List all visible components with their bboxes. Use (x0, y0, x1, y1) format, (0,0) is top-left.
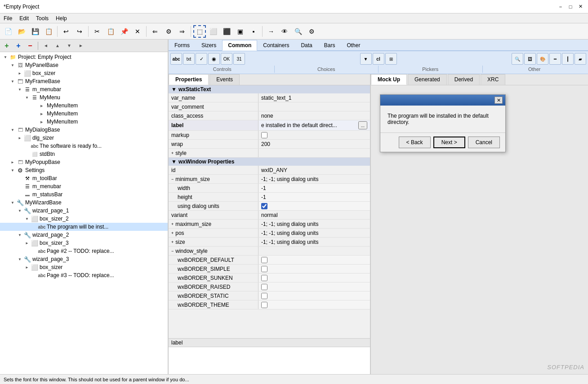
tree-expand-root[interactable]: ▼ (2, 55, 9, 59)
toolbar-nav1[interactable]: ⇐ (149, 25, 161, 38)
tree-nav-up[interactable]: ▲ (53, 41, 62, 51)
toolbar-settings[interactable]: ⚙ (305, 25, 318, 38)
prop-value-height[interactable]: -1 (258, 193, 370, 201)
tree-expand-box-sizer-2[interactable]: ▼ (23, 217, 31, 221)
tree-item-root[interactable]: ▼ 📁 Project: Empty Project (0, 53, 168, 61)
toolbar-redo[interactable]: ↪ (73, 25, 86, 38)
tree-expand-mypopupbase[interactable]: ► (9, 160, 16, 164)
toolbar-saveas[interactable]: 📋 (42, 25, 55, 38)
tree-item-mymenu[interactable]: ▼ ☰ MyMenu (0, 93, 168, 102)
prop-label-btn[interactable]: ... (358, 121, 367, 129)
props-section-collapse2[interactable]: ▼ (171, 159, 177, 165)
tree-item-wizard-page-1[interactable]: ▼ 🔧 wizard_page_1 (0, 207, 168, 215)
comp-btn-staticbitmap[interactable]: 🖼 (524, 53, 536, 65)
preview-tab-mockup[interactable]: Mock Up (371, 74, 407, 85)
tab-other[interactable]: Other (341, 40, 366, 51)
prop-checkbox-border-default[interactable] (261, 257, 267, 263)
comp-btn-gauge[interactable]: ▰ (575, 53, 586, 65)
tree-item-wizard-page-3[interactable]: ▼ 🔧 wizard_page_3 (0, 255, 168, 263)
tree-item-box-sizer[interactable]: ► ⬜ box_sizer (0, 69, 168, 77)
prop-value-winstyle[interactable] (258, 247, 370, 255)
tree-expand-wizard-page-1[interactable]: ▼ (16, 209, 23, 213)
tab-bars[interactable]: Bars (318, 40, 341, 51)
comp-btn-listctrl[interactable]: ⊞ (385, 53, 397, 65)
tree-expand-wizard-page-3[interactable]: ▼ (16, 257, 23, 261)
prop-expand-winstyle[interactable]: − (171, 249, 174, 253)
prop-value-id[interactable]: wxID_ANY (258, 166, 370, 174)
tree-expand-box-sizer[interactable]: ► (16, 71, 23, 75)
tree-item-abc-text3[interactable]: abc Page #2 -- TODO: replace... (0, 247, 168, 255)
prop-expand-style[interactable]: + (171, 151, 174, 155)
prop-value-border-default[interactable] (258, 256, 370, 264)
prop-value-maxsize[interactable]: -1; -1; using dialog units (258, 220, 370, 228)
tree-add-green[interactable]: + (2, 41, 12, 51)
toolbar-move1[interactable]: → (265, 25, 277, 38)
prop-expand-maxsize[interactable]: + (171, 222, 174, 226)
props-tab-properties[interactable]: Properties (169, 74, 209, 85)
props-section-wxwindow[interactable]: ▼ wxWindow Properties (169, 158, 370, 166)
prop-checkbox-markup[interactable] (261, 132, 267, 138)
tree-item-box-sizer-2[interactable]: ▼ ⬜ box_sizer_2 (0, 215, 168, 223)
menu-file[interactable]: File (0, 14, 16, 22)
prop-value-dialogunits[interactable] (258, 202, 370, 210)
prop-value-border-simple[interactable] (258, 265, 370, 273)
comp-btn-radiobutton[interactable]: ◉ (208, 53, 220, 65)
tree-item-stdbtn[interactable]: ⬜ stdBtn (0, 150, 168, 158)
prop-value-width[interactable]: -1 (258, 184, 370, 192)
toolbar-cut[interactable]: ✂ (91, 25, 103, 38)
tab-common[interactable]: Common (222, 40, 257, 51)
tree-item-box-sizer4[interactable]: ► ⬜ box_sizer (0, 263, 168, 271)
tree-expand-wizard-page-2[interactable]: ▼ (16, 233, 23, 237)
tree-expand-mywizardbase[interactable]: ▼ (9, 201, 16, 205)
prop-value-markup[interactable] (258, 131, 370, 139)
tree-item-m-statusbar[interactable]: ▬ m_statusBar (0, 190, 168, 199)
prop-checkbox-border-raised[interactable] (261, 284, 267, 290)
tree-item-mypanelbase[interactable]: ▼ 🖼 MyPanelBase (0, 61, 168, 69)
toolbar-new[interactable]: 📄 (2, 25, 14, 38)
tab-forms[interactable]: Forms (169, 40, 196, 51)
toolbar-open[interactable]: 📂 (15, 25, 28, 38)
prop-expand-minsize[interactable]: − (171, 177, 174, 181)
toolbar-align[interactable]: ⬚ (193, 25, 206, 38)
props-section-wxstatictext[interactable]: ▼ wxStaticText (169, 85, 370, 93)
comp-btn-color[interactable]: cl (373, 53, 384, 65)
comp-btn-spinctrl[interactable]: 31 (233, 53, 245, 65)
toolbar-delete[interactable]: ✕ (131, 25, 144, 38)
prop-checkbox-border-sunken[interactable] (261, 275, 267, 281)
tab-containers[interactable]: Containers (257, 40, 295, 51)
tree-add-blue[interactable]: + (13, 41, 23, 51)
tree-nav-down[interactable]: ▼ (64, 41, 74, 51)
tree-expand-myframebase[interactable]: ▼ (9, 79, 16, 84)
prop-checkbox-dialogunits[interactable] (261, 203, 267, 209)
tree-item-mymenuitem2[interactable]: ▸ MyMenuItem (0, 110, 168, 118)
tree-item-mymenuitem3[interactable]: ▸ MyMenuItem (0, 118, 168, 126)
prop-value-border-raised[interactable] (258, 282, 370, 291)
preview-tab-derived[interactable]: Derived (448, 74, 480, 85)
prop-value-size[interactable]: -1; -1; using dialog units (258, 238, 370, 246)
tree-item-box-sizer-3[interactable]: ► ⬜ box_sizer_3 (0, 239, 168, 247)
minimize-button[interactable]: − (557, 3, 565, 11)
prop-checkbox-border-simple[interactable] (261, 266, 267, 272)
menu-edit[interactable]: Edit (16, 14, 32, 22)
tree-expand-mydialogbase[interactable]: ▼ (9, 128, 16, 132)
prop-expand-pos[interactable]: + (171, 231, 174, 235)
menu-help[interactable]: Help (52, 14, 71, 22)
props-tab-events[interactable]: Events (209, 74, 240, 85)
prop-value-varname[interactable]: static_text_1 (258, 93, 370, 102)
close-button[interactable]: ✕ (576, 3, 584, 11)
tab-data[interactable]: Data (295, 40, 318, 51)
toolbar-gen[interactable]: ⚙ (162, 25, 175, 38)
prop-value-variant[interactable]: normal (258, 211, 370, 219)
preview-tab-xrc[interactable]: XRC (481, 74, 505, 85)
tree-item-m-toolbar[interactable]: ⚒ m_toolBar (0, 174, 168, 182)
menu-tools[interactable]: Tools (32, 14, 52, 22)
dialog-close-btn[interactable]: ✕ (494, 97, 503, 104)
toolbar-zoom[interactable]: 🔍 (292, 25, 304, 38)
prop-value-pos[interactable]: -1; -1; using dialog units (258, 229, 370, 237)
props-section-collapse[interactable]: ▼ (171, 86, 177, 93)
prop-value-varcomment[interactable] (258, 102, 370, 111)
toolbar-paste[interactable]: 📌 (118, 25, 130, 38)
preview-tab-generated[interactable]: Generated (408, 74, 447, 85)
prop-value-label[interactable]: e installed in the default direct... ... (258, 120, 370, 130)
tree-expand-dlg-sizer[interactable]: ► (16, 136, 23, 140)
